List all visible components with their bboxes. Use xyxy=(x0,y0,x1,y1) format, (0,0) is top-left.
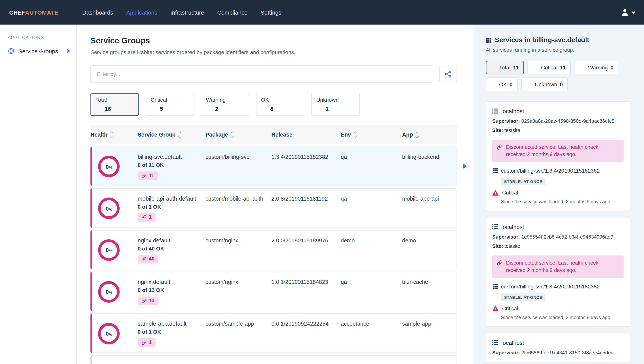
column-header[interactable]: Service Group xyxy=(138,132,206,138)
service-status-chip[interactable]: Warning 0 xyxy=(574,61,618,74)
host-name: localhost xyxy=(502,224,524,230)
health-percent: 0 xyxy=(106,330,109,337)
app-cell: bldr-cache xyxy=(402,278,456,286)
chef-automate-logo[interactable]: CHEFAUTOMATE xyxy=(9,9,58,16)
service-group-name: mobile-api-auth.default xyxy=(138,195,198,203)
column-label: Health xyxy=(90,132,108,138)
release-cell: 2.0.8/20190115181192 xyxy=(272,195,341,203)
status-filter-card[interactable]: Warning 2 xyxy=(201,93,249,116)
top-navbar: CHEFAUTOMATE Dashboards Applications Inf… xyxy=(0,0,644,25)
percent-sign: % xyxy=(109,207,112,211)
column-header[interactable]: Package xyxy=(206,132,272,138)
filter-input[interactable] xyxy=(90,65,432,83)
service-status-chip[interactable]: Critical 11 xyxy=(528,61,571,74)
user-icon xyxy=(620,8,630,17)
table-header: Health Service Group Package Rel xyxy=(90,125,457,144)
column-header[interactable]: App xyxy=(402,132,457,138)
column-header[interactable]: Env xyxy=(341,132,402,138)
page-layout: APPLICATIONS Service Groups Service Grou… xyxy=(0,25,644,364)
channel-strategy-badge: STABLE: AT-ONCE xyxy=(501,293,545,301)
user-menu[interactable] xyxy=(620,8,635,17)
package-ident: custom/billing-svc/1.3.4/20190115182382 xyxy=(501,283,600,289)
service-group-row[interactable]: 0% mobile-api-auth.default 0 of 1 OK 1 xyxy=(90,188,457,228)
service-status-chip[interactable]: Unknown 0 xyxy=(521,78,568,91)
chip-label: Total xyxy=(499,65,510,71)
nav-item[interactable]: Compliance xyxy=(217,9,248,16)
percent-sign: % xyxy=(109,291,112,294)
service-group-row[interactable]: 0% billing-svc.default 0 of 11 OK 11 xyxy=(90,147,457,186)
status-icon xyxy=(316,106,322,112)
supervisor-line: Supervisor: 1e95554f-2cb8-4c52-b34f-e946… xyxy=(492,234,624,241)
host-line: localhost xyxy=(492,339,624,346)
channel-strategy-badge: STABLE: AT-ONCE xyxy=(501,178,545,185)
status-card-value: 1 xyxy=(326,106,329,112)
selected-row-caret-icon xyxy=(463,164,466,169)
percent-sign: % xyxy=(109,166,112,169)
ok-count-text: 0 of 1 OK xyxy=(138,203,198,211)
status-card-value: 16 xyxy=(105,106,111,112)
env-cell: acceptance xyxy=(341,320,402,328)
service-group-row[interactable]: 0% nginx.default 0 of 40 OK 40 xyxy=(90,230,457,269)
service-group-row[interactable]: 0% sample-app.default 0 of 1 OK 1 xyxy=(90,313,457,353)
chip-label: OK xyxy=(499,81,507,88)
service-groups-table: 0% billing-svc.default 0 of 11 OK 11 xyxy=(90,147,457,353)
supervisor-id: 1e95554f-2cb8-4c52-b34f-e94634996ad9 xyxy=(521,234,613,240)
status-card-label: Unknown xyxy=(316,97,354,103)
service-group-row[interactable]: 0% nginx.default 0 of 13 OK 13 xyxy=(90,272,457,311)
health-ring: 0% xyxy=(98,198,120,219)
site-name: testsite xyxy=(504,243,520,249)
status-filter-card[interactable]: Unknown 1 xyxy=(311,93,360,116)
supervisor-id: 029a3a8a-20ac-4590-850e-9a4aac86efc5 xyxy=(521,118,614,124)
app-cell: sample-app xyxy=(402,320,456,328)
app-cell: demo xyxy=(402,236,456,244)
package-ident: custom/billing-svc/1.3.4/20190115182382 xyxy=(501,168,600,174)
share-button[interactable] xyxy=(439,66,457,82)
service-status-chip[interactable]: OK 0 xyxy=(486,78,518,91)
disconnected-count: 13 xyxy=(149,297,154,304)
disconnected-count: 11 xyxy=(149,172,154,179)
nav-item[interactable]: Settings xyxy=(261,9,281,16)
env-cell: qa xyxy=(341,278,402,286)
status-filter-card[interactable]: Total 16 xyxy=(90,93,139,116)
sidebar-item-service-groups[interactable]: Service Groups xyxy=(0,48,76,55)
supervisor-id: 2fb65869-de1b-4341-8150-3f8a7e4c5dee xyxy=(521,350,614,355)
release-cell: 2.0.0/20190115189976 xyxy=(272,236,341,244)
host-line: localhost xyxy=(492,224,624,230)
status-filter-card[interactable]: Critical 5 xyxy=(146,93,194,116)
partial-row xyxy=(90,355,457,364)
package-cell: custom/nginx xyxy=(206,236,272,244)
row-status-icon xyxy=(123,198,129,204)
chip-value: 11 xyxy=(560,65,566,71)
sidebar-section-label: APPLICATIONS xyxy=(0,35,76,40)
status-filter-card[interactable]: OK 8 xyxy=(256,93,304,116)
panel-title: Services in billing-svc.default xyxy=(486,36,630,44)
health-ring: 0% xyxy=(98,323,120,344)
critical-icon xyxy=(492,190,499,196)
nav-item[interactable]: Applications xyxy=(126,9,157,16)
service-group-name: sample-app.default xyxy=(138,320,198,327)
env-cell: qa xyxy=(341,153,402,161)
host-name: localhost xyxy=(502,339,524,346)
service-status-chip[interactable]: Total 11 xyxy=(486,61,524,74)
disconnected-count-badge: 1 xyxy=(138,213,156,222)
nav-item[interactable]: Dashboards xyxy=(82,9,113,16)
disconnected-count-badge: 40 xyxy=(138,255,158,263)
chip-label: Critical xyxy=(541,65,558,71)
column-header[interactable]: Release xyxy=(272,132,341,138)
nav-item[interactable]: Infrastructure xyxy=(170,9,204,16)
disconnected-count-badge: 11 xyxy=(138,171,158,180)
row-status-icon xyxy=(123,323,129,329)
percent-sign: % xyxy=(109,332,112,336)
release-cell: 1.0.1/20190115184823 xyxy=(272,278,341,286)
health-percent: 0 xyxy=(106,163,109,170)
package-line: custom/billing-svc/1.3.4/20190115182382 xyxy=(492,283,624,289)
disconnected-count: 1 xyxy=(149,214,152,221)
column-header[interactable]: Health xyxy=(90,132,138,138)
loaded-since-text: Since the service was loaded, 2 months 9… xyxy=(501,199,624,204)
broken-link-icon xyxy=(142,298,146,303)
status-icon xyxy=(151,106,156,112)
chip-value: 0 xyxy=(510,81,512,88)
row-status-icon xyxy=(123,281,129,287)
column-label: Service Group xyxy=(138,132,176,138)
services-icon xyxy=(492,168,498,174)
